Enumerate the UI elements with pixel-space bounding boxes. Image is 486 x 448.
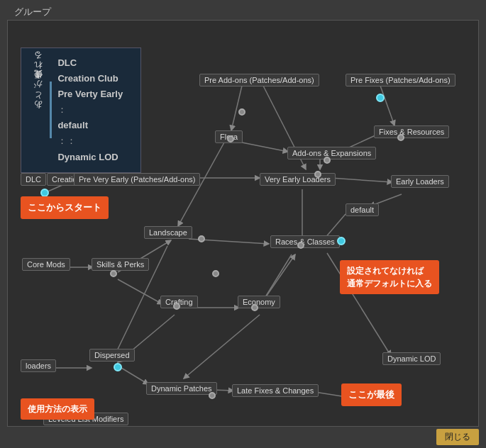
dot-gray-6: [198, 235, 205, 242]
info-line-dots1: ：: [57, 102, 123, 118]
node-addons-expansions: Add-ons & Expansions: [287, 147, 376, 159]
node-dispersed: Dispersed: [89, 349, 135, 362]
node-landscape: Landscape: [144, 226, 192, 239]
callout-default: 設定されてなければ通常デフォルトに入る: [340, 260, 439, 294]
main-container: グループ: [0, 0, 486, 448]
svg-line-8: [380, 86, 394, 125]
info-line-dlc: DLC: [57, 55, 123, 71]
node-dynamic-lod: Dynamic LOD: [382, 352, 441, 365]
node-default: default: [346, 203, 379, 216]
svg-line-9: [242, 142, 288, 152]
node-late-fixes: Late Fixes & Changes: [232, 384, 319, 397]
dot-gray-4: [227, 135, 234, 142]
dot-gray-9: [212, 270, 219, 277]
svg-line-2: [331, 178, 392, 182]
node-skills-perks: Skills & Perks: [92, 258, 149, 271]
info-line-cc: Creation Club: [57, 71, 123, 86]
info-line-dynlod: Dynamic LOD: [57, 150, 123, 165]
priority-arrow-label: あとが優先される: [31, 55, 45, 115]
node-early-loaders: Early Loaders: [391, 175, 449, 188]
dot-gray-5: [314, 171, 321, 178]
dot-cyan-4: [114, 363, 122, 371]
info-line-pve: Pre Verty Early: [57, 86, 123, 102]
dot-gray-1: [238, 108, 245, 116]
info-box: あとが優先される DLC Creation Club Pre Verty Ear…: [21, 47, 141, 173]
dot-gray-12: [209, 392, 216, 399]
node-races-classes: Races & Classes: [270, 235, 340, 248]
node-loaders: loaders: [21, 359, 56, 372]
svg-line-26: [184, 315, 260, 379]
dot-gray-11: [173, 303, 180, 310]
close-button[interactable]: 閉じる: [436, 429, 479, 445]
info-line-dots2: ：：: [57, 133, 123, 149]
dot-gray-2: [324, 157, 331, 164]
graph-area: Pre Add-ons (Patches/Add-ons) Pre Fixes …: [7, 20, 479, 427]
node-pre-fixes: Pre Fixes (Patches/Add-ons): [346, 74, 455, 86]
dot-gray-8: [110, 270, 117, 277]
node-very-early-loaders: Very Early Loaders: [260, 173, 336, 186]
node-pre-add-ons: Pre Add-ons (Patches/Add-ons): [199, 74, 319, 86]
svg-line-16: [118, 279, 162, 304]
dot-gray-10: [251, 304, 258, 311]
node-core-mods: Core Mods: [22, 258, 70, 271]
dot-cyan-3: [337, 237, 346, 245]
callout-usage[interactable]: 使用方法の表示: [21, 398, 94, 420]
callout-end: ここが最後: [341, 383, 402, 406]
svg-line-20: [121, 368, 148, 384]
info-line-default: default: [57, 118, 123, 133]
page-title: グループ: [14, 6, 51, 18]
node-dlc: DLC: [21, 173, 46, 186]
dot-gray-7: [297, 242, 304, 249]
node-fixes-resources: Fixes & Resources: [374, 125, 449, 138]
node-economy: Economy: [238, 296, 280, 308]
callout-start: ここからスタート: [21, 196, 109, 219]
node-dynamic-patches: Dynamic Patches: [146, 382, 217, 395]
node-pre-very-early: Pre Very Early (Patches/Add-ons): [74, 173, 200, 186]
dot-gray-3: [397, 134, 404, 141]
dot-cyan-2: [376, 94, 385, 102]
